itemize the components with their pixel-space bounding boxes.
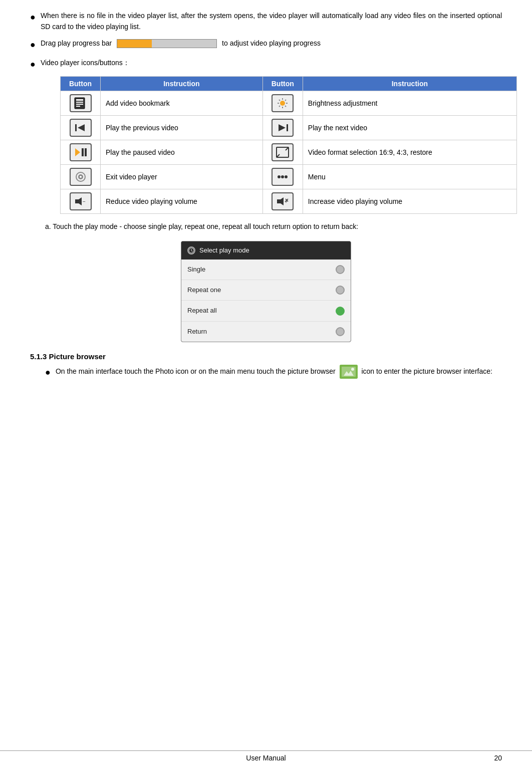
instruction-cell: Brightness adjustment: [303, 91, 516, 116]
svg-rect-1: [76, 99, 83, 101]
col-header-instruction1: Instruction: [101, 77, 263, 91]
next-video-icon: [272, 119, 294, 137]
svg-marker-17: [279, 124, 286, 131]
bullet-2-pre: Drag play progress bar: [41, 39, 112, 47]
svg-marker-32: [277, 197, 284, 205]
picture-browser-description: On the main interface touch the Photo ic…: [56, 365, 502, 379]
play-mode-section: a. Touch the play mode - choose single p…: [30, 221, 502, 342]
picture-browser-text: ● On the main interface touch the Photo …: [45, 365, 502, 380]
svg-line-11: [285, 106, 286, 107]
instruction-cell: Exit video player: [101, 165, 263, 189]
bullet-dot-1: ●: [30, 10, 36, 25]
instruction-cell: Reduce video playing volume: [101, 189, 263, 214]
bullet-2-post: to adjust video playing progress: [222, 39, 321, 47]
svg-rect-4: [76, 106, 80, 107]
inst-play-pause: Play the paused video: [106, 148, 175, 156]
play-mode-label-repeat-one: Repeat one: [187, 285, 221, 296]
bullet-3: ● Video player icons/buttons：: [30, 57, 502, 72]
vol-up-icon: +: [272, 192, 294, 210]
radio-single[interactable]: [336, 265, 345, 274]
svg-rect-3: [76, 104, 83, 105]
svg-rect-14: [75, 124, 77, 131]
progress-bar[interactable]: [117, 39, 217, 48]
icon-table-container: Button Instruction Button Instruction: [45, 76, 502, 214]
play-mode-item-return[interactable]: Return: [181, 322, 351, 342]
bullet-3-text: Video player icons/buttons：: [41, 57, 502, 68]
menu-icon: [272, 168, 294, 186]
table-row: Play the paused video Video format selec…: [61, 140, 517, 165]
play-mode-intro: a. Touch the play mode - choose single p…: [45, 221, 502, 233]
prev-video-icon: [70, 119, 92, 137]
play-mode-item-repeat-all[interactable]: Repeat all: [181, 301, 351, 321]
page-number: 20: [494, 754, 502, 762]
play-mode-label-return: Return: [187, 326, 207, 337]
table-row: Exit video player Menu: [61, 165, 517, 189]
format-icon: [272, 143, 294, 161]
instruction-cell: Menu: [303, 165, 516, 189]
section-title-picture-browser: 5.1.3 Picture browser: [30, 352, 502, 361]
svg-rect-2: [76, 102, 83, 103]
svg-text:−: −: [83, 199, 86, 204]
bullet-dot-3: ●: [30, 57, 36, 72]
play-mode-label-repeat-all: Repeat all: [187, 305, 217, 316]
play-mode-ui: Select play mode Single Repeat one Repea…: [181, 241, 351, 342]
instruction-cell: Add video bookmark: [101, 91, 263, 116]
table-row: Add video bookmark: [61, 91, 517, 116]
svg-rect-16: [287, 124, 288, 131]
svg-text:+: +: [285, 199, 288, 204]
icon-cell: −: [61, 189, 101, 214]
bullet-1: ● When there is no file in the video pla…: [30, 10, 502, 33]
play-mode-item-single[interactable]: Single: [181, 260, 351, 280]
icon-cell: [262, 140, 303, 165]
svg-point-28: [281, 175, 284, 178]
inst-menu: Menu: [308, 173, 326, 181]
svg-marker-15: [78, 124, 85, 131]
bullet-1-text: When there is no file in the video playe…: [41, 10, 502, 33]
svg-rect-20: [85, 148, 87, 156]
play-mode-item-repeat-one[interactable]: Repeat one: [181, 280, 351, 301]
play-mode-label-single: Single: [187, 264, 205, 275]
col-header-instruction2: Instruction: [303, 77, 516, 91]
brightness-icon: [272, 94, 294, 112]
icon-cell: [262, 91, 303, 116]
inst-prev: Play the previous video: [106, 124, 178, 132]
svg-line-38: [191, 250, 192, 251]
vol-down-icon: −: [70, 192, 92, 210]
play-mode-list: Single Repeat one Repeat all Return: [181, 260, 351, 341]
radio-repeat-all[interactable]: [336, 307, 345, 316]
picture-browser-icon: [340, 365, 358, 379]
svg-marker-18: [75, 148, 80, 156]
play-pause-icon: [70, 143, 92, 161]
progress-bar-fill: [117, 40, 152, 48]
table-row: − Reduce video playing volume +: [61, 189, 517, 214]
icon-cell: +: [262, 189, 303, 214]
icon-cell: [61, 91, 101, 116]
picture-browser-pre: On the main interface touch the Photo ic…: [56, 367, 336, 375]
instruction-cell: Play the next video: [303, 116, 516, 140]
exit-icon: [70, 168, 92, 186]
bullet-dot-picture: ●: [45, 365, 51, 380]
icon-cell: [61, 140, 101, 165]
play-mode-header-title: Select play mode: [199, 245, 249, 256]
radio-return[interactable]: [336, 327, 345, 336]
svg-line-13: [285, 100, 286, 101]
instruction-cell: Play the previous video: [101, 116, 263, 140]
inst-exit: Exit video player: [106, 173, 157, 181]
instruction-cell: Increase video playing volume: [303, 189, 516, 214]
svg-line-12: [279, 106, 280, 107]
col-header-button1: Button: [61, 77, 101, 91]
instruction-cell: Play the paused video: [101, 140, 263, 165]
svg-line-10: [279, 100, 280, 101]
col-header-button2: Button: [262, 77, 303, 91]
footer: User Manual 20: [0, 750, 532, 762]
radio-repeat-one[interactable]: [336, 286, 345, 295]
bookmark-icon: [70, 94, 92, 112]
inst-vol-down: Reduce video playing volume: [106, 197, 197, 205]
inst-add-bookmark: Add video bookmark: [106, 99, 170, 107]
svg-rect-19: [82, 148, 84, 156]
table-header-row: Button Instruction Button Instruction: [61, 77, 517, 91]
svg-point-27: [278, 175, 281, 178]
icon-cell: [262, 116, 303, 140]
icon-table: Button Instruction Button Instruction: [60, 76, 517, 214]
table-row: Play the previous video Play the next vi…: [61, 116, 517, 140]
